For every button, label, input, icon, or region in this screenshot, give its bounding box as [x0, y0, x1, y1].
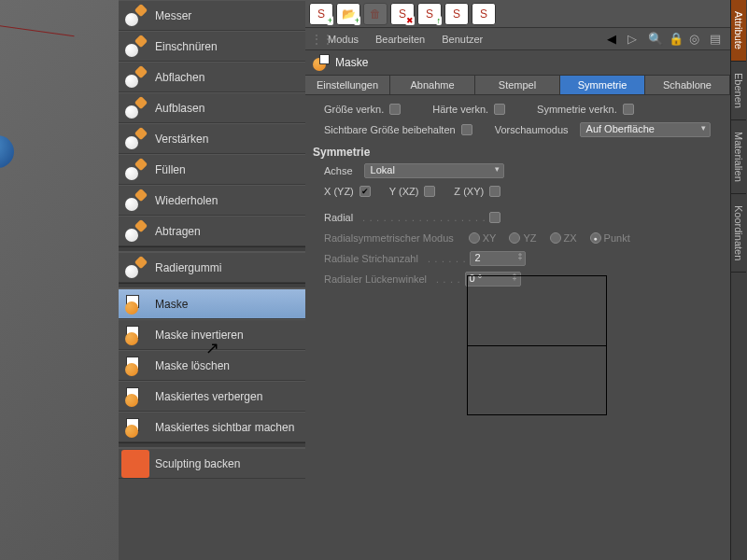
tag-s2-button[interactable]: S: [472, 3, 496, 25]
checkbox-symmetrie-verkn[interactable]: [623, 104, 634, 115]
checkbox-haerte-verkn[interactable]: [494, 104, 505, 115]
tool-sculpting-backen[interactable]: Sculpting backen: [119, 448, 305, 479]
sculpt-tools-panel: Messer Einschnüren Abflachen Aufblasen V…: [119, 0, 305, 560]
label-radial: Radial: [324, 212, 353, 223]
label-vorschaumodus: Vorschaumodus: [495, 124, 569, 135]
tool-maskiertes-sichtbar[interactable]: Maskiertes sichtbar machen: [119, 412, 305, 442]
tool-verstaerken[interactable]: Verstärken: [119, 123, 305, 154]
dots: . . . .: [436, 274, 460, 285]
tool-label: Füllen: [155, 163, 186, 176]
radio-xy: [469, 232, 480, 244]
checkbox-radial[interactable]: [489, 212, 500, 223]
label-symmetrie-verkn: Symmetrie verkn.: [537, 104, 617, 115]
tool-label: Wiederholen: [155, 194, 218, 207]
dots: . . . . . .: [428, 254, 467, 264]
label-rad-yz: YZ: [523, 232, 536, 244]
object-header: Maske: [305, 50, 730, 75]
label-rad-xy: XY: [483, 232, 497, 244]
menu-bearbeiten[interactable]: Bearbeiten: [375, 34, 425, 45]
label-sichtbare-groesse: Sichtbare Größe beibehalten: [324, 124, 456, 135]
new-tag-button[interactable]: S+: [309, 3, 333, 25]
checkbox-sichtbare-groesse[interactable]: [461, 124, 472, 135]
tool-label: Maske invertieren: [155, 329, 244, 342]
tag-up-button[interactable]: S↑: [417, 3, 442, 25]
tool-aufblasen[interactable]: Aufblasen: [119, 92, 305, 123]
tab-einstellungen[interactable]: Einstellungen: [305, 76, 390, 94]
tool-wiederholen[interactable]: Wiederholen: [119, 185, 305, 216]
label-rad-punkt: Punkt: [604, 232, 630, 244]
properties-body: Größe verkn. Härte verkn. Symmetrie verk…: [305, 95, 730, 293]
tool-maske[interactable]: Maske: [119, 288, 305, 319]
target-icon[interactable]: ◎: [689, 32, 704, 46]
label-z-xy: Z (XY): [454, 186, 484, 197]
tool-label: Aufblasen: [155, 102, 204, 115]
tool-abtragen[interactable]: Abtragen: [119, 216, 305, 246]
tool-abflachen[interactable]: Abflachen: [119, 62, 305, 92]
label-y-xz: Y (XZ): [389, 186, 419, 197]
cursor-icon: [205, 338, 218, 355]
label-groesse-verkn: Größe verkn.: [324, 104, 384, 115]
tool-label: Abflachen: [155, 71, 204, 84]
menu-icon[interactable]: ▤: [710, 32, 725, 46]
label-strichzahl: Radiale Strichanzahl: [324, 253, 418, 264]
select-vorschaumodus[interactable]: Auf Oberfläche: [580, 122, 711, 137]
forward-icon[interactable]: ▷: [627, 32, 642, 46]
input-strichzahl[interactable]: 2: [470, 251, 526, 266]
menu-benutzer[interactable]: Benutzer: [442, 34, 483, 45]
open-button[interactable]: 📂+: [336, 3, 360, 25]
object-title: Maske: [335, 56, 368, 69]
tab-stempel[interactable]: Stempel: [475, 76, 560, 94]
viewport-3d[interactable]: [0, 0, 119, 560]
tool-label: Radiergummi: [155, 261, 221, 274]
side-tab-materialien[interactable]: Materialien: [731, 120, 746, 194]
tool-label: Verstärken: [155, 133, 208, 146]
menu-modus[interactable]: Modus: [328, 34, 359, 45]
icon-toolbar: S+ 📂+ 🗑 S✖ S↑ S S: [305, 0, 730, 28]
tool-einschnueren[interactable]: Einschnüren: [119, 31, 305, 62]
section-symmetrie: Symmetrie: [313, 146, 723, 159]
label-achse: Achse: [324, 165, 353, 176]
delete-button: 🗑: [363, 3, 388, 25]
lock-icon[interactable]: 🔒: [669, 32, 684, 46]
tab-abnahme[interactable]: Abnahme: [390, 76, 475, 94]
symmetry-preview: [467, 275, 607, 415]
label-lueckenwinkel: Radialer Lückenwinkel: [324, 273, 427, 285]
tool-eraser[interactable]: Radiergummi: [119, 252, 305, 283]
label-haerte-verkn: Härte verkn.: [432, 104, 488, 115]
side-tab-ebenen[interactable]: Ebenen: [731, 62, 746, 120]
tool-maskiertes-verbergen[interactable]: Maskiertes verbergen: [119, 381, 305, 412]
checkbox-z-xy[interactable]: [489, 186, 500, 197]
tool-messer[interactable]: Messer: [119, 0, 305, 31]
side-tab-attribute[interactable]: Attribute: [731, 0, 746, 62]
radio-punkt: [590, 232, 601, 244]
checkbox-x-yz[interactable]: [359, 186, 371, 197]
side-tab-koordinaten[interactable]: Koordinaten: [731, 194, 746, 273]
checkbox-y-xz[interactable]: [424, 186, 435, 197]
tool-label: Abtragen: [155, 225, 201, 238]
tab-schablone[interactable]: Schablone: [645, 76, 730, 94]
label-radial-modus: Radialsymmetrischer Modus: [324, 232, 454, 244]
radio-yz: [509, 232, 520, 244]
mask-object-icon: [313, 54, 330, 71]
tool-fuellen[interactable]: Füllen: [119, 154, 305, 185]
dots: . . . . . . . . . . . . . . . . . .: [362, 213, 486, 223]
tool-label: Maskiertes sichtbar machen: [155, 421, 294, 434]
tool-label: Sculpting backen: [155, 457, 240, 470]
grip-icon: ⋮⋮: [311, 33, 320, 46]
checkbox-groesse-verkn[interactable]: [389, 104, 401, 115]
label-x-yz: X (YZ): [324, 186, 354, 197]
tool-label: Maske löschen: [155, 359, 230, 372]
attribute-tabs: Einstellungen Abnahme Stempel Symmetrie …: [305, 75, 730, 95]
back-icon[interactable]: ◀: [607, 32, 622, 46]
remove-tag-button[interactable]: S✖: [390, 3, 415, 25]
tab-symmetrie[interactable]: Symmetrie: [560, 76, 645, 94]
tag-s1-button[interactable]: S: [444, 3, 469, 25]
mode-bar: ⋮⋮ Modus Bearbeiten Benutzer ◀ ▷ 🔍 🔒 ◎ ▤: [305, 28, 730, 50]
tool-label: Maske: [155, 298, 188, 311]
tool-label: Messer: [155, 9, 191, 22]
tool-label: Einschnüren: [155, 40, 218, 53]
search-icon[interactable]: 🔍: [648, 32, 663, 46]
radio-zx: [550, 232, 561, 244]
select-achse[interactable]: Lokal: [364, 163, 504, 178]
label-rad-zx: ZX: [564, 232, 577, 244]
